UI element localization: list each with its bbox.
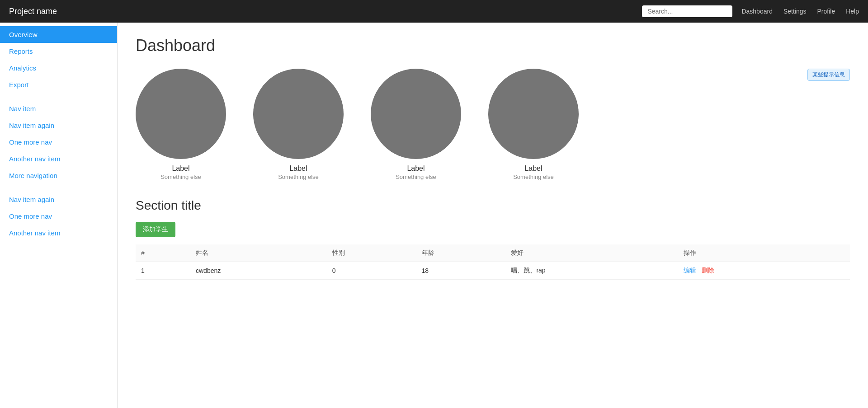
main-content: Dashboard 某些提示信息 Label Something else La… bbox=[118, 23, 868, 408]
help-link[interactable]: Help bbox=[846, 8, 859, 15]
circles-row: Label Something else Label Something els… bbox=[136, 69, 850, 180]
cell-hobbies: 唱、跳、rap bbox=[505, 262, 678, 280]
sidebar-item-another-nav-item-2[interactable]: Another nav item bbox=[0, 225, 117, 241]
col-header-hobbies: 爱好 bbox=[505, 244, 678, 262]
settings-link[interactable]: Settings bbox=[783, 8, 807, 15]
page-title: Dashboard bbox=[136, 36, 850, 55]
section-title: Section title bbox=[136, 198, 850, 213]
table-row: 1 cwdbenz 0 18 唱、跳、rap 编辑 删除 bbox=[136, 262, 850, 280]
dashboard-link[interactable]: Dashboard bbox=[741, 8, 773, 15]
circle-sublabel-1: Something else bbox=[278, 174, 319, 180]
cell-id: 1 bbox=[136, 262, 190, 280]
add-student-button[interactable]: 添加学生 bbox=[136, 222, 175, 237]
sidebar-item-analytics[interactable]: Analytics bbox=[0, 60, 117, 76]
sidebar-item-nav-item-again-2[interactable]: Nav item again bbox=[0, 191, 117, 208]
sidebar-item-reports[interactable]: Reports bbox=[0, 43, 117, 60]
sidebar-item-another-nav-item[interactable]: Another nav item bbox=[0, 150, 117, 167]
circle-sublabel-3: Something else bbox=[513, 174, 554, 180]
search-input[interactable] bbox=[642, 5, 732, 17]
cell-gender: 0 bbox=[327, 262, 416, 280]
sidebar-item-nav-item[interactable]: Nav item bbox=[0, 100, 117, 117]
circle-3 bbox=[488, 69, 579, 159]
circle-label-0: Label bbox=[172, 164, 189, 173]
col-header-name: 姓名 bbox=[190, 244, 327, 262]
sidebar-item-export[interactable]: Export bbox=[0, 76, 117, 93]
table-header-row: # 姓名 性别 年龄 爱好 操作 bbox=[136, 244, 850, 262]
sidebar: Overview Reports Analytics Export Nav it… bbox=[0, 23, 118, 408]
sidebar-item-nav-item-again[interactable]: Nav item again bbox=[0, 117, 117, 134]
circle-label-2: Label bbox=[407, 164, 425, 173]
brand-label: Project name bbox=[9, 7, 642, 16]
circle-0 bbox=[136, 69, 226, 159]
col-header-id: # bbox=[136, 244, 190, 262]
col-header-gender: 性别 bbox=[327, 244, 416, 262]
data-table: # 姓名 性别 年龄 爱好 操作 1 cwdbenz 0 18 唱、跳、rap … bbox=[136, 244, 850, 280]
profile-link[interactable]: Profile bbox=[817, 8, 835, 15]
circle-label-1: Label bbox=[289, 164, 307, 173]
sidebar-item-one-more-nav[interactable]: One more nav bbox=[0, 134, 117, 150]
circle-item-2: Label Something else bbox=[371, 69, 461, 180]
circle-label-3: Label bbox=[524, 164, 542, 173]
topnav: Project name Dashboard Settings Profile … bbox=[0, 0, 868, 23]
col-header-age: 年龄 bbox=[416, 244, 506, 262]
edit-link[interactable]: 编辑 bbox=[684, 267, 696, 274]
cell-actions: 编辑 删除 bbox=[678, 262, 850, 280]
sidebar-item-overview[interactable]: Overview bbox=[0, 26, 117, 43]
circle-item-0: Label Something else bbox=[136, 69, 226, 180]
sidebar-item-more-navigation[interactable]: More navigation bbox=[0, 167, 117, 184]
layout: Overview Reports Analytics Export Nav it… bbox=[0, 23, 868, 408]
topnav-links: Dashboard Settings Profile Help bbox=[741, 8, 859, 15]
sidebar-item-one-more-nav-2[interactable]: One more nav bbox=[0, 208, 117, 225]
circle-1 bbox=[253, 69, 344, 159]
sidebar-divider-2 bbox=[0, 184, 117, 191]
delete-link[interactable]: 删除 bbox=[702, 267, 714, 274]
tooltip-box: 某些提示信息 bbox=[807, 69, 850, 81]
circle-sublabel-0: Something else bbox=[160, 174, 201, 180]
circle-item-3: Label Something else bbox=[488, 69, 579, 180]
col-header-actions: 操作 bbox=[678, 244, 850, 262]
cell-name: cwdbenz bbox=[190, 262, 327, 280]
circle-2 bbox=[371, 69, 461, 159]
circle-item-1: Label Something else bbox=[253, 69, 344, 180]
circle-sublabel-2: Something else bbox=[396, 174, 436, 180]
cell-age: 18 bbox=[416, 262, 506, 280]
sidebar-divider-1 bbox=[0, 93, 117, 100]
